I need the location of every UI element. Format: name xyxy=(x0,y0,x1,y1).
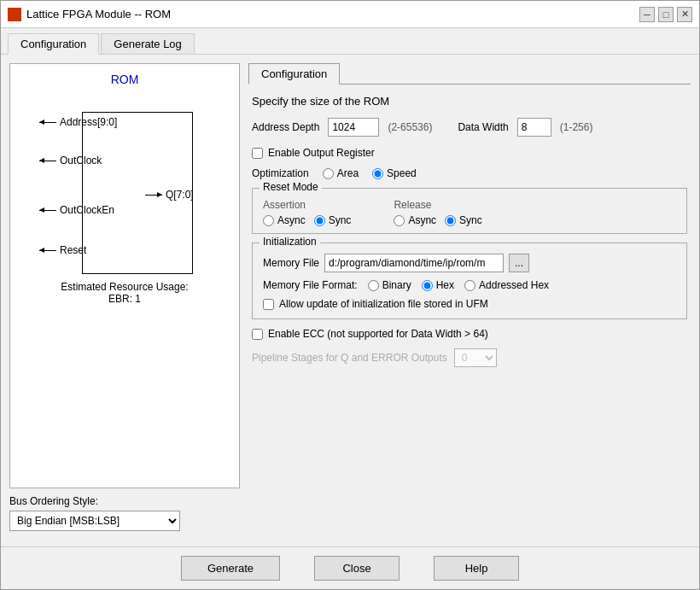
help-button[interactable]: Help xyxy=(434,556,519,581)
assertion-async-radio[interactable] xyxy=(263,215,274,226)
address-arrow xyxy=(39,122,56,123)
enable-ecc-label: Enable ECC (not supported for Data Width… xyxy=(268,328,488,340)
assertion-async-label: Async xyxy=(277,214,306,226)
allow-update-checkbox[interactable] xyxy=(263,299,274,310)
ebr-label: EBR: 1 xyxy=(61,293,188,305)
enable-ecc-row: Enable ECC (not supported for Data Width… xyxy=(252,328,687,340)
format-hex-radio[interactable] xyxy=(422,280,433,291)
outclock-label: OutClock xyxy=(60,155,102,166)
format-hex-label: Hex xyxy=(436,279,454,291)
memory-file-row: Memory File ... xyxy=(263,254,676,272)
tab-configuration[interactable]: Configuration xyxy=(8,33,99,55)
browse-button[interactable]: ... xyxy=(509,254,529,272)
outclock-arrow xyxy=(39,161,56,161)
rom-diagram: ROM Address[9:0] OutClock xyxy=(9,63,240,488)
port-reset: Reset xyxy=(39,244,86,256)
pipeline-stages-select[interactable]: 0 1 2 xyxy=(454,348,497,367)
assertion-label: Assertion xyxy=(263,199,351,211)
bus-ordering-select[interactable]: Big Endian [MSB:LSB] Little Endian [LSB:… xyxy=(9,511,180,531)
assertion-sync-radio[interactable] xyxy=(314,215,325,226)
window-title: Lattice FPGA Module -- ROM xyxy=(26,8,171,20)
data-width-input[interactable] xyxy=(517,118,551,137)
memory-file-input[interactable] xyxy=(324,254,504,272)
pipeline-stages-label: Pipeline Stages for Q and ERROR Outputs xyxy=(252,352,447,364)
enable-ecc-checkbox[interactable] xyxy=(252,329,263,340)
initialization-group: Initialization Memory File ... Memory Fi… xyxy=(252,242,687,319)
optimization-label: Optimization xyxy=(252,167,309,179)
port-address: Address[9:0] xyxy=(39,116,117,128)
memory-file-format-label: Memory File Format: xyxy=(263,279,358,291)
release-async-label: Async xyxy=(408,214,436,226)
app-icon xyxy=(8,8,21,21)
enable-output-register-checkbox[interactable] xyxy=(252,148,263,159)
optimization-row: Optimization Area Speed xyxy=(252,167,687,179)
format-hex-option: Hex xyxy=(422,279,454,291)
reset-arrow xyxy=(39,250,56,251)
config-content: Specify the size of the ROM Address Dept… xyxy=(248,95,691,367)
q-label: Q[7:0] xyxy=(166,189,194,201)
bus-select-wrap: Big Endian [MSB:LSB] Little Endian [LSB:… xyxy=(9,511,240,531)
format-binary-radio[interactable] xyxy=(368,280,379,291)
data-width-label: Data Width xyxy=(458,121,508,133)
reset-mode-label: Reset Mode xyxy=(260,181,322,193)
optimization-speed-radio[interactable] xyxy=(372,168,383,179)
minimize-button[interactable]: ─ xyxy=(639,7,655,22)
tab-generate-log[interactable]: Generate Log xyxy=(101,33,195,54)
assertion-options: Async Sync xyxy=(263,214,351,226)
memory-format-row: Memory File Format: Binary Hex Addressed… xyxy=(263,279,676,291)
assertion-sync-label: Sync xyxy=(329,214,352,226)
lattice-svg-icon xyxy=(8,8,21,21)
port-outclockEn: OutClockEn xyxy=(39,204,114,216)
enable-output-register-label: Enable Output Register xyxy=(268,147,375,159)
right-panel: Configuration Specify the size of the RO… xyxy=(248,63,691,538)
maximize-button[interactable]: □ xyxy=(658,7,674,22)
release-sync-option: Sync xyxy=(445,214,482,226)
release-sync-radio[interactable] xyxy=(445,215,456,226)
svg-rect-0 xyxy=(8,8,14,14)
button-bar: Generate Close Help xyxy=(1,546,699,589)
tab-bar: Configuration Generate Log xyxy=(1,28,699,55)
data-width-hint: (1-256) xyxy=(560,121,593,133)
q-arrow xyxy=(145,195,162,196)
release-async-option: Async xyxy=(394,214,436,226)
memory-file-label: Memory File xyxy=(263,257,319,269)
outclockEn-label: OutClockEn xyxy=(60,204,114,216)
config-tab-configuration[interactable]: Configuration xyxy=(248,63,340,85)
title-bar: Lattice FPGA Module -- ROM ─ □ ✕ xyxy=(1,1,699,28)
config-tab-label: Configuration xyxy=(261,67,327,80)
svg-rect-1 xyxy=(15,8,21,14)
release-options: Async Sync xyxy=(394,214,481,226)
optimization-speed-label: Speed xyxy=(387,167,417,179)
port-outclock: OutClock xyxy=(39,155,102,166)
pipeline-row: Pipeline Stages for Q and ERROR Outputs … xyxy=(252,348,687,367)
rom-label: ROM xyxy=(111,73,139,86)
main-window: Lattice FPGA Module -- ROM ─ □ ✕ Configu… xyxy=(0,0,700,590)
optimization-area-label: Area xyxy=(337,167,359,179)
specify-size-label: Specify the size of the ROM xyxy=(252,95,687,108)
format-binary-option: Binary xyxy=(368,279,411,291)
optimization-speed-option: Speed xyxy=(372,167,417,179)
title-controls: ─ □ ✕ xyxy=(639,7,692,22)
address-depth-input[interactable] xyxy=(328,118,379,137)
allow-update-row: Allow update of initialization file stor… xyxy=(263,298,676,310)
close-button-main[interactable]: Close xyxy=(314,556,400,581)
assertion-group: Assertion Async Sync xyxy=(263,199,351,226)
release-async-radio[interactable] xyxy=(394,215,405,226)
assertion-async-option: Async xyxy=(263,214,306,226)
reset-mode-group: Reset Mode Assertion Async xyxy=(252,188,687,234)
address-depth-row: Address Depth (2-65536) Data Width (1-25… xyxy=(252,118,687,137)
close-button[interactable]: ✕ xyxy=(677,7,692,22)
generate-button[interactable]: Generate xyxy=(181,556,280,581)
initialization-label: Initialization xyxy=(260,236,320,248)
svg-rect-3 xyxy=(15,15,21,21)
release-group: Release Async Sync xyxy=(394,199,481,226)
optimization-area-radio[interactable] xyxy=(323,168,334,179)
allow-update-label: Allow update of initialization file stor… xyxy=(279,298,488,310)
release-label: Release xyxy=(394,199,481,211)
title-bar-left: Lattice FPGA Module -- ROM xyxy=(8,8,171,21)
estimated-resource: Estimated Resource Usage: EBR: 1 xyxy=(61,281,188,305)
format-addressed-hex-radio[interactable] xyxy=(464,280,475,291)
format-addressed-hex-label: Addressed Hex xyxy=(479,279,549,291)
estimated-resource-label: Estimated Resource Usage: xyxy=(61,281,188,293)
assertion-sync-option: Sync xyxy=(314,214,352,226)
